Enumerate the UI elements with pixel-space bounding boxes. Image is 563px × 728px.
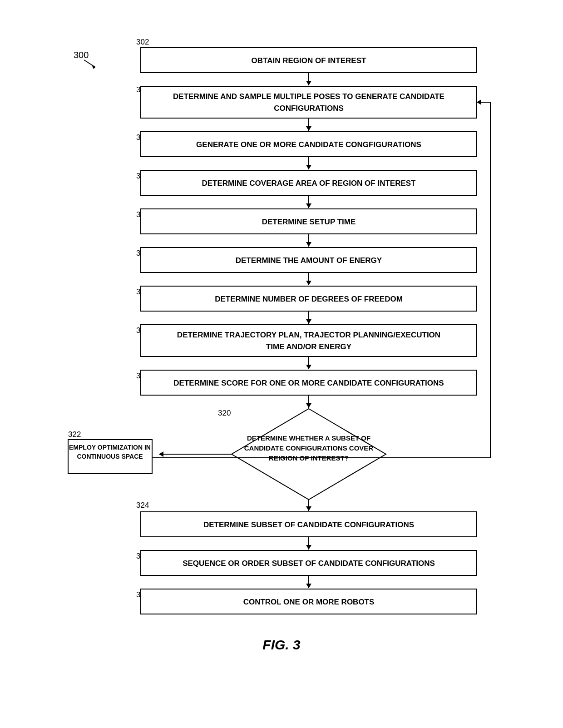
label-320: 320 — [218, 409, 231, 417]
text-328: CONTROL ONE OR MORE ROBOTS — [243, 598, 375, 606]
label-324: 324 — [136, 501, 149, 510]
text-318: DETERMINE SCORE FOR ONE OR MORE CANDIDAT… — [173, 379, 444, 387]
text-326: SEQUENCE OR ORDER SUBSET OF CANDIDATE CO… — [183, 559, 435, 568]
text-324: DETERMINE SUBSET OF CANDIDATE CONFIGURAT… — [203, 520, 414, 529]
fig-label: FIG. 3 — [262, 637, 301, 652]
label-302: 302 — [136, 38, 149, 46]
svg-marker-15 — [306, 319, 311, 324]
svg-marker-9 — [306, 203, 311, 208]
svg-marker-27 — [306, 506, 311, 511]
label-322: 322 — [68, 430, 81, 439]
svg-marker-19 — [306, 403, 311, 408]
label-300: 300 — [74, 50, 89, 60]
svg-marker-3 — [306, 81, 311, 85]
svg-marker-17 — [306, 365, 311, 369]
text-306: GENERATE ONE OR MORE CANDIDATE CONGFIGUR… — [196, 140, 421, 149]
svg-marker-5 — [306, 126, 311, 131]
text-312: DETERMINE THE AMOUNT OF ENERGY — [236, 256, 382, 265]
svg-marker-25 — [477, 99, 481, 105]
text-304a: DETERMINE AND SAMPLE MULTIPLE POSES TO G… — [173, 92, 444, 101]
box-316 — [141, 325, 477, 357]
diamond-text-320a: DETERMINE WHETHER A SUBSET OF — [247, 434, 370, 442]
diagram-container: 300 302 OBTAIN REGION OF INTEREST 304 DE… — [41, 18, 522, 710]
text-314: DETERMINE NUMBER OF DEGREES OF FREEDOM — [215, 295, 403, 303]
text-316b: TIME AND/OR ENERGY — [266, 342, 352, 351]
box-304 — [141, 86, 477, 118]
svg-marker-29 — [306, 545, 311, 550]
text-322b: CONTINUOUS SPACE — [77, 453, 143, 460]
text-308: DETERMINE COVERAGE AREA OF REGION OF INT… — [202, 179, 416, 188]
text-322a: EMPLOY OPTIMIZATION IN — [69, 444, 151, 451]
flowchart-svg: 300 302 OBTAIN REGION OF INTEREST 304 DE… — [41, 18, 522, 708]
text-316a: DETERMINE TRAJECTORY PLAN, TRAJECTOR PLA… — [177, 331, 440, 339]
text-304b: CONFIGURATIONS — [274, 104, 344, 113]
svg-line-0 — [84, 60, 95, 67]
svg-marker-11 — [306, 242, 311, 247]
svg-marker-13 — [306, 281, 311, 285]
svg-marker-31 — [306, 584, 311, 588]
diamond-text-320b: CANDIDATE CONFIGURATIONS COVER — [244, 444, 374, 452]
svg-marker-21 — [159, 451, 163, 457]
text-310: DETERMINE SETUP TIME — [262, 218, 356, 226]
text-302: OBTAIN REGION OF INTEREST — [252, 56, 366, 65]
svg-marker-7 — [306, 165, 311, 169]
